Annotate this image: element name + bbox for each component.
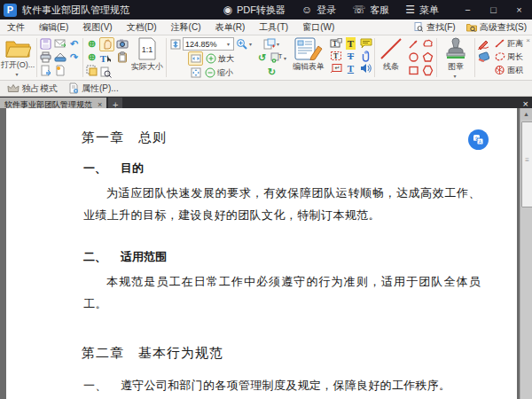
paragraph-1: 为适应团队快速发展的要求，有效保障团队运转顺畅，达成高效工作、业绩上升的目标，建… bbox=[83, 182, 481, 226]
circle-tool-icon[interactable] bbox=[407, 51, 420, 63]
line-icon bbox=[379, 37, 403, 60]
export-doc-icon[interactable] bbox=[39, 64, 52, 76]
app-logo-icon: P bbox=[4, 4, 17, 17]
rotate-right-icon[interactable]: ↻ bbox=[265, 66, 278, 78]
form-field-group: T T ↵ bbox=[328, 35, 343, 80]
close-button[interactable]: × bbox=[506, 0, 532, 20]
stamp-icon bbox=[442, 37, 469, 60]
menu-form[interactable]: 表单(R) bbox=[207, 20, 252, 35]
attach-file-icon[interactable] bbox=[359, 50, 372, 62]
cloud-tool-icon[interactable] bbox=[421, 37, 434, 50]
crown-icon bbox=[7, 83, 20, 93]
menu-view[interactable]: 视图(V) bbox=[75, 20, 119, 35]
menu-file[interactable]: 文件 bbox=[0, 20, 32, 35]
fit-visible-icon[interactable] bbox=[189, 66, 202, 79]
translate-float-button[interactable]: 文 A bbox=[468, 129, 489, 150]
stamp-dropdown-caret[interactable]: ▾ bbox=[454, 73, 458, 79]
svg-text:T: T bbox=[333, 52, 339, 60]
edit-form-button[interactable]: 编辑表单 bbox=[289, 35, 328, 80]
line-tool-button[interactable]: 线条 bbox=[376, 35, 406, 80]
scrollbar-up-arrow[interactable]: ▲ bbox=[520, 108, 532, 120]
zoom-level-combobox[interactable]: 124.85%▾ bbox=[183, 37, 234, 51]
arrow-tool-icon[interactable] bbox=[407, 37, 420, 50]
pdf-page[interactable]: 第一章 总则 一、 目的 为适应团队快速发展的要求，有效保障团队运转顺畅，达成高… bbox=[6, 108, 517, 399]
sound-comment-icon[interactable] bbox=[359, 62, 372, 74]
svg-text:1:1: 1:1 bbox=[142, 45, 153, 54]
new-doc-icon[interactable] bbox=[53, 64, 66, 76]
pentagon-tool-icon[interactable] bbox=[421, 51, 434, 63]
menu-edit[interactable]: 编辑(E) bbox=[32, 20, 75, 35]
area-icon[interactable] bbox=[493, 64, 506, 76]
snapshot-icon[interactable] bbox=[115, 37, 129, 50]
save-icon[interactable] bbox=[39, 37, 52, 50]
select-area-icon[interactable] bbox=[85, 64, 98, 76]
go-forward-icon[interactable]: ⊕︎ bbox=[85, 51, 98, 63]
pdf-converter-button[interactable]: ◉ PDF转换器 bbox=[223, 4, 285, 17]
email-icon[interactable] bbox=[53, 37, 66, 50]
ocr-text-icon[interactable]: T bbox=[270, 51, 283, 64]
note-comment-icon[interactable] bbox=[359, 37, 372, 50]
callout-box-icon[interactable]: ↵ bbox=[329, 62, 342, 74]
underline-text-icon[interactable]: T bbox=[344, 62, 357, 74]
properties-button[interactable]: 属性(P)... bbox=[65, 82, 122, 95]
eraser-icon[interactable] bbox=[477, 51, 490, 63]
marquee-zoom-icon[interactable] bbox=[235, 38, 248, 51]
rotate-left-icon[interactable]: ↺ bbox=[255, 51, 269, 64]
text-field-icon[interactable]: T bbox=[329, 37, 342, 50]
go-back-icon[interactable]: ⊕︎ bbox=[85, 37, 98, 50]
section-2-heading: 二、 适用范围 bbox=[83, 249, 474, 265]
vertical-scrollbar[interactable]: ▲ bbox=[520, 108, 532, 399]
customer-service-button[interactable]: ☏ 客服 bbox=[352, 4, 389, 17]
distance-icon[interactable] bbox=[493, 37, 506, 50]
svg-text:↵: ↵ bbox=[334, 65, 340, 72]
toolbar-collapse-icon[interactable]: × bbox=[526, 36, 530, 44]
headset-icon: ☏ bbox=[352, 4, 365, 16]
menu-window[interactable]: 窗口(W) bbox=[295, 20, 341, 35]
pdf-converter-icon: ◉ bbox=[223, 4, 231, 16]
find-button[interactable]: 查找(F) bbox=[409, 21, 461, 34]
doc-search-icon[interactable] bbox=[99, 66, 113, 78]
document-canvas[interactable]: 第一章 总则 一、 目的 为适应团队快速发展的要求，有效保障团队运转顺畅，达成高… bbox=[0, 108, 532, 399]
advanced-find-button[interactable]: 高级查找(S) bbox=[461, 21, 532, 34]
actual-size-icon: 1:1 bbox=[137, 37, 158, 60]
window-title: 软件事业部团队管理规范 bbox=[22, 4, 129, 17]
minimize-button[interactable]: − bbox=[455, 0, 481, 20]
zoom-out-icon[interactable] bbox=[203, 66, 216, 79]
zoom-in-icon[interactable] bbox=[204, 52, 217, 65]
stamp-button[interactable]: 图章 ▾ bbox=[438, 35, 473, 80]
menu-tools[interactable]: 工具(T) bbox=[252, 20, 295, 35]
select-text-icon[interactable]: T bbox=[99, 52, 113, 65]
open-dropdown-caret[interactable]: ▾ bbox=[16, 71, 20, 77]
menu-comment[interactable]: 注释(C) bbox=[164, 20, 208, 35]
scanner-icon[interactable] bbox=[53, 51, 66, 63]
login-button[interactable]: ☺ 登录 bbox=[301, 4, 336, 17]
maximize-button[interactable]: □ bbox=[481, 0, 506, 20]
strikeout-text-icon[interactable]: T bbox=[344, 50, 357, 62]
actual-size-button[interactable]: 1:1 实际大小 bbox=[129, 35, 165, 80]
undo-icon[interactable]: ↶ bbox=[67, 37, 81, 50]
hand-tool-icon[interactable] bbox=[99, 37, 114, 51]
zoom-out-label[interactable]: 缩小 bbox=[217, 67, 233, 79]
zoom-in-label[interactable]: 放大 bbox=[218, 53, 234, 65]
rule-item-1: 一、 遵守公司和部门的各项管理制度及规定，保障良好的工作秩序。 bbox=[83, 374, 474, 396]
perimeter-icon[interactable] bbox=[493, 51, 506, 63]
page-organize-icon[interactable] bbox=[262, 37, 276, 50]
rectangle-tool-icon[interactable] bbox=[407, 64, 420, 76]
fit-page-icon[interactable] bbox=[168, 38, 182, 51]
text-box-icon[interactable]: T bbox=[329, 50, 342, 62]
chapter-2-heading: 第二章 基本行为规范 bbox=[82, 345, 474, 362]
scrollbar-thumb[interactable] bbox=[521, 121, 532, 207]
open-button[interactable]: 打开(O)... ▾ bbox=[0, 35, 35, 80]
fit-width-icon[interactable] bbox=[188, 51, 203, 66]
highlight-text-icon[interactable]: T bbox=[344, 37, 357, 50]
print-icon[interactable] bbox=[39, 51, 52, 63]
redo-icon[interactable]: ↷ bbox=[67, 51, 81, 63]
paste-icon[interactable] bbox=[115, 51, 129, 63]
file-tools-group: ↶ ↷ bbox=[38, 35, 82, 80]
pencil-draw-icon[interactable] bbox=[477, 37, 490, 50]
polygon-tool-icon[interactable] bbox=[421, 64, 434, 76]
zoom-group: 124.85%▾ ▾ 放大 缩小 bbox=[168, 35, 254, 80]
menu-button[interactable]: ☰ 菜单 bbox=[405, 4, 439, 17]
menu-document[interactable]: 文档(D) bbox=[120, 20, 164, 35]
exclusive-mode-button[interactable]: 独占模式 bbox=[4, 82, 61, 95]
